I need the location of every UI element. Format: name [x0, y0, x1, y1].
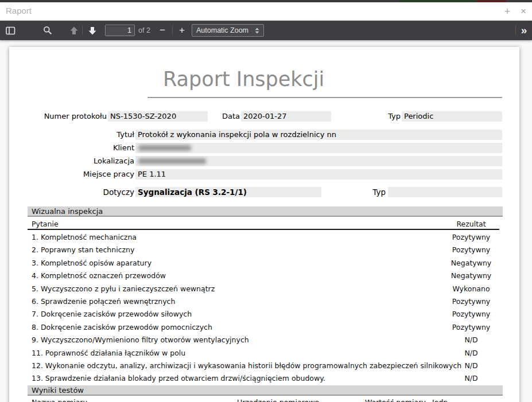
question-cell: 3. Kompletność opisów aparatury: [32, 259, 152, 267]
table-row: 13. Sprawdzenie działania blokady przed …: [28, 372, 499, 384]
redacted-text-blur: [138, 158, 206, 164]
zoom-level-value: Automatic Zoom: [196, 26, 255, 34]
result-cell: N/D: [428, 361, 514, 370]
question-cell: 8. Dokręcenie zacisków przewodów pomocni…: [32, 323, 212, 331]
section-header-wyniki-testow: Wyniki testów: [28, 385, 503, 396]
result-cell: Pozytywny: [428, 323, 514, 331]
window-plus-button[interactable]: +: [502, 4, 513, 19]
pdf-viewer-window: Raport + ×: [0, 0, 532, 402]
sidebar-toggle-button[interactable]: [5, 21, 16, 40]
result-cell: Negatywny: [428, 259, 514, 267]
column-header-urzadzenie-pomiarowe: Urządzenie pomiarowe: [237, 398, 319, 402]
question-cell: 7. Dokręcenie zacisków przewodów siłowyc…: [32, 310, 192, 318]
column-header-wartosc-pomiaru: Wartość pomiaru: [365, 398, 426, 402]
pdf-toolbar: of 2 − + Automatic Zoom »: [0, 21, 532, 40]
result-cell: Wykonano: [428, 284, 514, 293]
field-label: Dotyczy: [55, 187, 134, 197]
question-cell: 9. Wyczyszczono/Wymieniono filtry otworó…: [32, 335, 249, 344]
typ2-field: [388, 187, 502, 197]
title-underline: [147, 97, 502, 98]
toolbar-separator: [82, 26, 83, 35]
question-cell: 4. Kompletność oznaczeń przewodów: [32, 271, 166, 280]
table-row: 1. Kompletność mechaniczna Pozytywny: [28, 231, 499, 243]
page-number-input[interactable]: [105, 25, 135, 36]
result-cell: Pozytywny: [428, 245, 514, 254]
search-icon: [43, 26, 52, 35]
document-title: Raport Inspekcji: [163, 68, 324, 91]
window-close-button[interactable]: ×: [518, 4, 529, 19]
page-count-label: of 2: [138, 21, 150, 40]
window-title: Raport: [6, 6, 32, 15]
question-cell: 2. Poprawny stan techniczny: [32, 245, 134, 254]
column-header-nazwa-pomiaru: Nazwa pomiaru: [32, 398, 87, 402]
table-row: 11. Poprawność działania łączników w pol…: [28, 346, 499, 359]
result-cell: N/D: [428, 335, 514, 344]
search-button[interactable]: [42, 21, 53, 40]
field-label: Numer protokołu: [26, 111, 107, 122]
column-header-jedn: Jedn.: [432, 398, 450, 402]
result-cell: N/D: [428, 374, 514, 383]
zoom-in-button[interactable]: +: [176, 21, 188, 40]
protokol-field: NS-1530-SZ-2020: [108, 111, 208, 122]
table-row: 9. Wyczyszczono/Wymieniono filtry otworó…: [28, 333, 499, 346]
zoom-level-select[interactable]: Automatic Zoom: [192, 24, 264, 37]
table-row: 5. Wyczyszczono z pyłu i zanieczyszczeń …: [28, 282, 499, 295]
question-cell: 13. Sprawdzenie działania blokady przed …: [32, 374, 325, 383]
question-cell: 11. Poprawność działania łączników w pol…: [32, 349, 185, 357]
tytul-field: Protokół z wykonania inspekcji pola w ro…: [135, 130, 502, 140]
field-label: Data: [202, 111, 240, 122]
field-label: Tytuł: [55, 130, 134, 140]
question-cell: 5. Wyczyszczono z pyłu i zanieczyszczeń …: [32, 284, 215, 293]
inspection-table: 1. Kompletność mechaniczna Pozytywny 2. …: [28, 231, 499, 385]
data-field: 2020-01-27: [241, 111, 331, 122]
field-label: Klient: [55, 143, 134, 153]
table-row: 8. Dokręcenie zacisków przewodów pomocni…: [28, 321, 499, 333]
table-row: 6. Sprawdzenie połączeń wewnętrznych Poz…: [28, 295, 499, 307]
previous-page-button[interactable]: [68, 21, 80, 40]
table-row: 4. Kompletność oznaczeń przewodów Negaty…: [28, 269, 499, 282]
pdf-viewer-area: Raport Inspekcji Numer protokołu NS-1530…: [0, 40, 532, 402]
pdf-page: Raport Inspekcji Numer protokołu NS-1530…: [9, 47, 519, 402]
result-cell: Pozytywny: [428, 310, 514, 318]
miejsce-field: PE 1.11: [135, 169, 502, 179]
toolbar-more-button[interactable]: »: [518, 21, 530, 40]
field-label: Lokalizacja: [55, 156, 134, 166]
result-cell: N/D: [428, 349, 514, 357]
result-cell: Pozytywny: [428, 233, 514, 241]
result-cell: Negatywny: [428, 271, 514, 280]
column-header-rezultat: Rezultat: [428, 220, 514, 228]
column-header-pytanie: Pytanie: [32, 220, 59, 228]
zoom-out-button[interactable]: −: [157, 21, 168, 40]
toolbar-separator: [172, 26, 173, 35]
result-cell: Pozytywny: [428, 297, 514, 306]
field-label: Typ: [348, 187, 386, 197]
typ-field: Periodic: [402, 111, 502, 122]
select-arrows-icon: [255, 28, 259, 34]
sidebar-icon: [6, 26, 15, 35]
klient-field: [135, 143, 502, 153]
question-cell: 12. Wykonanie odczytu, analizy, archiwiz…: [32, 361, 461, 370]
lokalizacja-field: [135, 156, 502, 166]
field-label: Typ: [362, 111, 401, 122]
table-row: 3. Kompletność opisów aparatury Negatywn…: [28, 256, 499, 269]
question-cell: 1. Kompletność mechaniczna: [32, 233, 137, 241]
question-cell: 6. Sprawdzenie połączeń wewnętrznych: [32, 297, 175, 306]
toolbar-separator: [515, 26, 516, 35]
table-row: 12. Wykonanie odczytu, analizy, archiwiz…: [28, 359, 499, 372]
next-page-button[interactable]: [87, 21, 98, 40]
table-row: 7. Dokręcenie zacisków przewodów siłowyc…: [28, 307, 499, 320]
table-header-rule: [28, 229, 499, 230]
table-row: 2. Poprawny stan techniczny Pozytywny: [28, 243, 499, 256]
dotyczy-field: Sygnalizacja (RS 3.2-1/1): [135, 187, 321, 197]
redacted-text-blur: [138, 145, 191, 151]
field-label: Miejsce pracy: [55, 169, 134, 179]
section-header-wizualna-inspekcja: Wizualna inspekcja: [28, 206, 503, 217]
arrow-up-icon: [69, 26, 79, 35]
titlebar: Raport + ×: [0, 2, 532, 21]
arrow-down-icon: [88, 26, 97, 35]
